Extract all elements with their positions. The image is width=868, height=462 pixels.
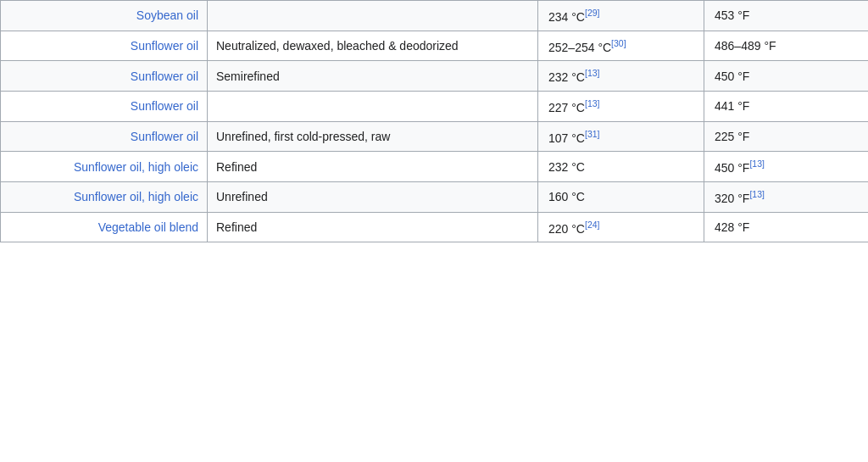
temp-c-cell: 160 °C (538, 181, 704, 212)
temp-c-cell: 234 °C[29] (538, 1, 704, 31)
oil-link[interactable]: Soybean oil (136, 8, 198, 22)
table-row: Sunflower oilUnrefined, first cold-press… (1, 121, 869, 152)
table-container: Soybean oil234 °C[29]453 °FSunflower oil… (0, 0, 868, 462)
temp-c-cell: 220 °C[24] (538, 212, 704, 242)
oil-link[interactable]: Sunflower oil (131, 39, 198, 53)
reference-link[interactable]: [13] (749, 189, 765, 199)
temp-f-cell: 453 °F (704, 1, 869, 31)
oil-name-cell: Vegetable oil blend (1, 212, 208, 242)
description-cell: Semirefined (208, 61, 538, 92)
table-row: Sunflower oil, high oleicRefined232 °C45… (1, 152, 869, 182)
smoke-point-table: Soybean oil234 °C[29]453 °FSunflower oil… (0, 0, 868, 242)
oil-name-cell[interactable]: Sunflower oil, high oleic (1, 181, 208, 212)
description-cell: Refined (208, 212, 538, 242)
table-row: Sunflower oilSemirefined232 °C[13]450 °F (1, 61, 869, 92)
oil-name-cell[interactable]: Sunflower oil (1, 91, 208, 121)
reference-link[interactable]: [30] (611, 38, 626, 48)
temp-f-cell: 441 °F (704, 91, 869, 121)
description-cell: Neutralized, dewaxed, bleached & deodori… (208, 31, 538, 61)
oil-link[interactable]: Sunflower oil, high oleic (74, 190, 198, 203)
temp-f-cell: 428 °F (704, 212, 869, 242)
temp-c-cell: 232 °C (538, 152, 704, 182)
description-cell: Refined (208, 152, 538, 182)
temp-c-cell: 232 °C[13] (538, 61, 704, 92)
table-row: Vegetable oil blendRefined220 °C[24]428 … (1, 212, 869, 242)
description-cell (208, 1, 538, 31)
table-row: Sunflower oilNeutralized, dewaxed, bleac… (1, 31, 869, 61)
oil-link[interactable]: Sunflower oil (131, 70, 198, 83)
temp-f-cell: 486–489 °F (704, 31, 869, 61)
table-row: Sunflower oil227 °C[13]441 °F (1, 91, 869, 121)
oil-name-cell[interactable]: Sunflower oil (1, 61, 208, 92)
reference-link[interactable]: [29] (585, 8, 600, 18)
temp-f-cell: 450 °F (704, 61, 869, 92)
reference-link[interactable]: [13] (585, 68, 600, 78)
temp-c-cell: 227 °C[13] (538, 91, 704, 121)
temp-c-cell: 107 °C[31] (538, 121, 704, 152)
description-cell: Unrefined, first cold-pressed, raw (208, 121, 538, 152)
oil-link[interactable]: Sunflower oil (131, 99, 198, 113)
description-cell (208, 91, 538, 121)
temp-f-cell: 320 °F[13] (704, 181, 869, 212)
temp-f-cell: 225 °F (704, 121, 869, 152)
oil-name-cell[interactable]: Sunflower oil (1, 31, 208, 61)
oil-name-cell[interactable]: Sunflower oil, high oleic (1, 152, 208, 182)
reference-link[interactable]: [31] (585, 129, 600, 139)
table-row: Soybean oil234 °C[29]453 °F (1, 1, 869, 31)
oil-link[interactable]: Sunflower oil (131, 130, 198, 143)
oil-name-cell[interactable]: Sunflower oil (1, 121, 208, 152)
oil-link[interactable]: Sunflower oil, high oleic (74, 160, 198, 174)
reference-link[interactable]: [13] (749, 159, 765, 169)
table-row: Sunflower oil, high oleicUnrefined160 °C… (1, 181, 869, 212)
reference-link[interactable]: [24] (585, 220, 600, 230)
temp-c-cell: 252–254 °C[30] (538, 31, 704, 61)
description-cell: Unrefined (208, 181, 538, 212)
temp-f-cell: 450 °F[13] (704, 152, 869, 182)
reference-link[interactable]: [13] (585, 98, 600, 109)
oil-name-cell[interactable]: Soybean oil (1, 1, 208, 31)
